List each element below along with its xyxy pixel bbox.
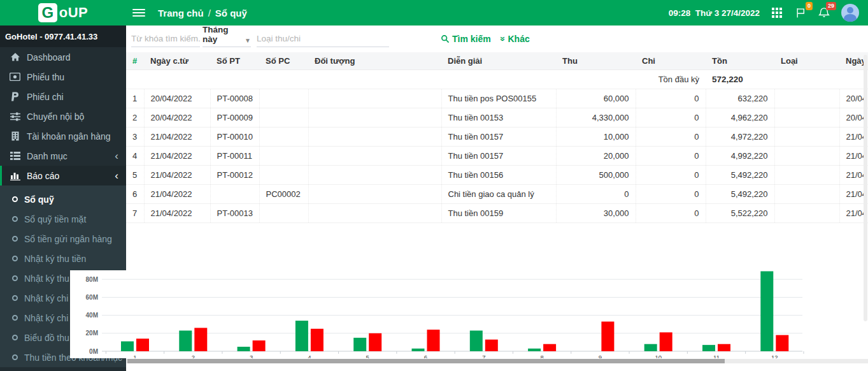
- more-filters-button[interactable]: » Khác: [501, 34, 530, 44]
- search-button[interactable]: Tìm kiếm: [441, 34, 491, 44]
- column-header-7: Chi: [636, 52, 706, 70]
- y-axis-label: 40M: [86, 312, 98, 319]
- column-header-6: Thu: [556, 52, 636, 70]
- bar-chart: 0M20M40M60M80M123456789101112: [70, 270, 806, 358]
- flag-badge: 0: [806, 2, 813, 10]
- cell: [259, 204, 308, 223]
- bar-chi-9: [601, 321, 614, 351]
- filter-bar: Tháng này ▼ Tìm kiếm » Khác: [126, 25, 868, 52]
- y-axis-label: 60M: [86, 294, 98, 301]
- list-icon: [9, 150, 21, 161]
- opening-balance-value: 572,220: [706, 70, 774, 89]
- cell: [259, 127, 308, 147]
- x-axis-label: 3: [250, 354, 253, 358]
- cell: [774, 185, 839, 204]
- cell: PT-00012: [210, 166, 259, 185]
- cell: [308, 166, 441, 185]
- circle-o-icon: [12, 216, 18, 222]
- cell: [308, 185, 441, 204]
- cell: Chi tiền giao ca quản lý: [441, 185, 556, 204]
- bar-chi-2: [194, 328, 207, 351]
- circle-o-icon: [12, 275, 18, 281]
- sidebar-menu: DashboardPhiếu thuPhiếu chiChuyển nội bộ…: [0, 47, 126, 186]
- cell: 30,000: [556, 204, 636, 223]
- cell: 5,492,220: [706, 166, 774, 185]
- bar-thu-1: [121, 341, 134, 351]
- column-header-4: Đối tượng: [308, 52, 441, 70]
- cell: 2: [126, 108, 144, 127]
- breadcrumb-home[interactable]: Trang chủ: [158, 8, 204, 18]
- sidebar-item-5[interactable]: Danh mục‹: [0, 146, 126, 166]
- horizontal-scrollbar-thumb[interactable]: [127, 359, 725, 363]
- money-icon: [9, 71, 21, 82]
- sidebar-item-2[interactable]: Phiếu chi: [0, 87, 126, 106]
- table-row-7[interactable]: 721/04/2022PT-00013Thu tiền 0015930,0000…: [126, 204, 868, 223]
- sidebar-subitem-2[interactable]: Sổ tiền gửi ngân hàng: [0, 229, 126, 249]
- table-row-5[interactable]: 521/04/2022PT-00012Thu tiền 00156500,000…: [126, 166, 868, 185]
- horizontal-scrollbar[interactable]: [126, 359, 868, 363]
- keyword-search-input[interactable]: [131, 31, 200, 47]
- cell: 4,972,220: [706, 127, 774, 147]
- bar-chi-6: [427, 330, 440, 351]
- sidebar-subitem-label: Nhật ký chi: [24, 293, 68, 303]
- hamburger-menu-icon[interactable]: [132, 9, 145, 17]
- apps-grid-icon[interactable]: [771, 6, 783, 19]
- sidebar-subitem-0[interactable]: Sổ quỹ: [0, 189, 126, 209]
- y-axis-label: 20M: [86, 330, 98, 337]
- bell-badge: 29: [826, 2, 836, 10]
- cell: PT-00013: [210, 204, 259, 223]
- cell: 0: [636, 166, 706, 185]
- table-row-6[interactable]: 621/04/2022PC00002Chi tiền giao ca quản …: [126, 185, 868, 204]
- sidebar-subitem-3[interactable]: Nhật ký thu tiền: [0, 249, 126, 268]
- column-header-1: Ngày c.từ: [144, 52, 210, 70]
- bar-thu-11: [702, 345, 715, 351]
- x-axis-label: 2: [192, 354, 195, 358]
- sidebar-item-1[interactable]: Phiếu thu: [0, 67, 126, 87]
- table-row-1[interactable]: 120/04/2022PT-00008Thu tiền pos POS00155…: [126, 89, 868, 108]
- cell: 500,000: [556, 166, 636, 185]
- sidebar-subitem-label: Nhật ký thu: [24, 273, 69, 284]
- circle-o-icon: [12, 315, 18, 321]
- type-filter-input[interactable]: [257, 31, 389, 47]
- bar-thu-7: [470, 331, 483, 351]
- bar-thu-5: [353, 338, 366, 351]
- table-vertical-scrollbar[interactable]: [864, 55, 867, 321]
- search-icon: [441, 34, 450, 43]
- bar-thu-10: [644, 344, 657, 351]
- table-row-3[interactable]: 321/04/2022PT-00010Thu tiền 0015710,0000…: [126, 127, 868, 147]
- circle-o-icon: [12, 236, 18, 242]
- x-axis-label: 4: [308, 354, 311, 358]
- sidebar-item-6[interactable]: Báo cáo‹: [0, 166, 126, 186]
- bar-chi-3: [253, 340, 266, 351]
- sidebar-subitem-1[interactable]: Sổ quỹ tiền mặt: [0, 209, 126, 229]
- x-axis-label: 1: [133, 354, 136, 358]
- table-row-2[interactable]: 220/04/2022PT-00009Thu tiền 001534,330,0…: [126, 108, 868, 127]
- sidebar-item-4[interactable]: Tài khoản ngân hàng: [0, 126, 126, 146]
- sidebar-item-3[interactable]: Chuyển nội bộ: [0, 106, 126, 126]
- bell-icon[interactable]: 29: [818, 6, 830, 19]
- cell: PT-00011: [210, 147, 259, 166]
- x-axis-label: 9: [599, 354, 602, 358]
- flag-icon[interactable]: 0: [794, 6, 807, 19]
- bar-chi-7: [485, 340, 498, 351]
- bar-thu-4: [295, 321, 308, 351]
- account-label: GoHotel - 0977.41.41.33: [0, 25, 126, 47]
- sidebar-subitem-label: Sổ tiền gửi ngân hàng: [24, 234, 112, 244]
- bar-chi-4: [311, 329, 324, 351]
- user-avatar[interactable]: [841, 4, 859, 22]
- cell: 6: [126, 185, 144, 204]
- chevron-left-icon: ‹: [115, 173, 118, 179]
- period-select[interactable]: Tháng này ▼: [203, 31, 251, 47]
- cell: 20/04/2022: [144, 108, 210, 127]
- y-axis-label: 0M: [89, 348, 98, 355]
- sidebar-item-0[interactable]: Dashboard: [0, 47, 126, 67]
- bar-chi-1: [136, 338, 149, 351]
- column-header-3: Số PC: [259, 52, 308, 70]
- cell: 0: [636, 204, 706, 223]
- app-logo[interactable]: G oUP: [0, 0, 126, 25]
- table-row-4[interactable]: 421/04/2022PT-00011Thu tiền 0015720,0000…: [126, 147, 868, 166]
- cell: [308, 147, 441, 166]
- sidebar-item-label: Phiếu thu: [27, 72, 64, 82]
- cell: [259, 166, 308, 185]
- opening-balance-label: Tồn đầu kỳ: [636, 70, 706, 89]
